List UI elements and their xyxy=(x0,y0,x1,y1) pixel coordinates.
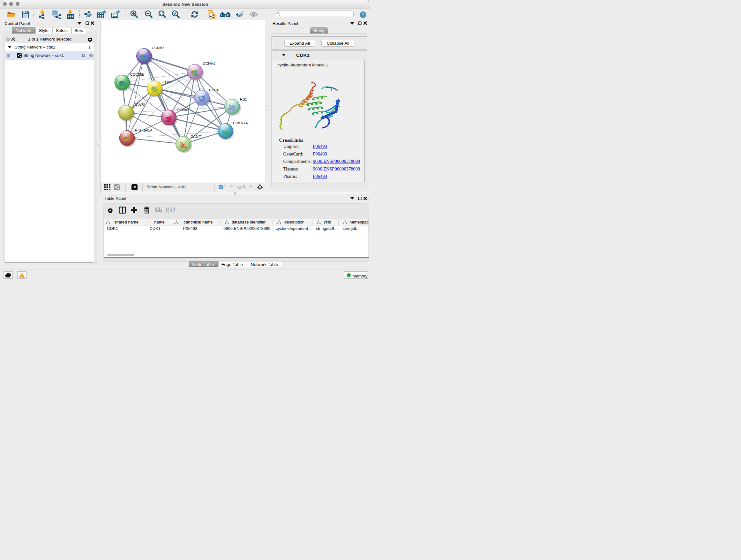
svg-text:CDC6: CDC6 xyxy=(209,88,219,92)
svg-text:CCNB2: CCNB2 xyxy=(152,46,164,50)
svg-text:CDC25B: CDC25B xyxy=(130,72,145,76)
svg-text:?: ? xyxy=(361,12,364,17)
svg-text:CCNA1: CCNA1 xyxy=(203,62,215,65)
svg-text:CDKN1A: CDKN1A xyxy=(233,121,248,125)
svg-text:CDK1: CDK1 xyxy=(162,80,172,84)
svg-text:RB1: RB1 xyxy=(240,97,247,101)
svg-text:CCNA2: CCNA2 xyxy=(177,108,189,111)
svg-text:CCNE1: CCNE1 xyxy=(191,134,203,138)
svg-text:HIST1H1A: HIST1H1A xyxy=(135,128,152,132)
svg-text:CCNB1: CCNB1 xyxy=(133,103,146,107)
